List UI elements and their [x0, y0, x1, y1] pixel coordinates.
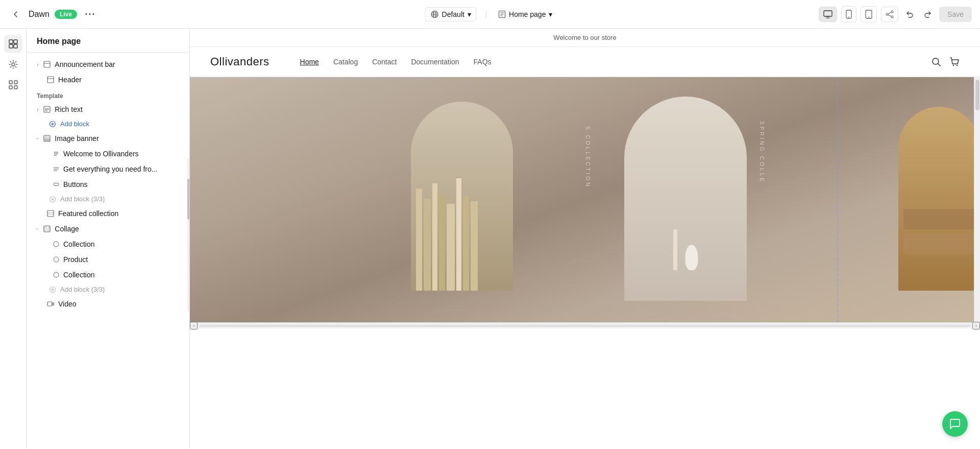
page-label: Home page — [509, 10, 546, 18]
store-search-button[interactable] — [931, 57, 941, 67]
svg-point-28 — [12, 63, 15, 66]
store-nav-icons — [931, 57, 960, 67]
sidebar-item-welcome-text[interactable]: T Welcome to Ollivanders — [27, 146, 189, 161]
svg-line-74 — [938, 64, 941, 66]
sidebar-item-collage[interactable]: › Collage — [27, 221, 189, 237]
main-layout: Home page › Announcement bar Header Temp… — [0, 29, 980, 449]
topbar-center: Default ▾ | Home page ▾ — [425, 7, 555, 21]
nav-link-catalog[interactable]: Catalog — [333, 58, 358, 66]
svg-point-75 — [953, 65, 954, 66]
svg-rect-62 — [44, 226, 47, 229]
default-chevron: ▾ — [468, 10, 471, 18]
store-nav-links: Home Catalog Contact Documentation FAQs — [300, 58, 931, 66]
sidebar-item-collection-2[interactable]: Collection — [27, 267, 189, 282]
page-dropdown[interactable]: Home page ▾ — [495, 8, 555, 21]
svg-point-21 — [891, 16, 893, 18]
nav-link-contact[interactable]: Contact — [372, 58, 397, 66]
announcement-bar-label: Announcement bar — [55, 60, 179, 68]
svg-rect-30 — [14, 81, 17, 84]
share-button[interactable] — [881, 7, 898, 22]
sidebar-item-product[interactable]: Product — [27, 252, 189, 267]
header-icon — [47, 76, 54, 83]
preview-right-scrollbar[interactable] — [974, 77, 980, 322]
nav-link-documentation[interactable]: Documentation — [411, 58, 459, 66]
nav-link-faqs[interactable]: FAQs — [474, 58, 492, 66]
sidebar: Home page › Announcement bar Header Temp… — [27, 29, 190, 449]
svg-point-76 — [957, 65, 958, 66]
svg-rect-31 — [9, 86, 12, 89]
collection-2-icon — [53, 272, 59, 278]
svg-rect-63 — [47, 226, 50, 229]
svg-rect-60 — [51, 214, 53, 216]
apps-button[interactable] — [4, 76, 22, 94]
topbar-left: Dawn Live — [8, 7, 813, 22]
sidebar-item-collection-1[interactable]: Collection — [27, 237, 189, 252]
sidebar-content: › Announcement bar Header Template › — [27, 53, 189, 449]
layout-icon — [43, 61, 51, 68]
svg-rect-25 — [14, 40, 17, 43]
svg-rect-32 — [14, 86, 17, 89]
back-button[interactable] — [8, 7, 23, 22]
chevron-right-icon: › — [37, 62, 38, 67]
preview-right-thumb — [975, 80, 979, 110]
default-dropdown[interactable]: Default ▾ — [425, 7, 477, 21]
sidebar-item-video[interactable]: Video — [27, 296, 189, 312]
svg-rect-64 — [44, 229, 46, 231]
announcement-text: Welcome to our store — [553, 34, 616, 41]
svg-point-19 — [891, 11, 893, 13]
icon-bar — [0, 29, 27, 449]
vertical-text-1: S COLLECTION — [585, 126, 591, 188]
app-name: Dawn — [29, 10, 50, 19]
arch-far-right — [898, 107, 980, 291]
rich-text-label: Rich text — [55, 105, 179, 113]
sidebar-item-rich-text[interactable]: › Rich text — [27, 102, 189, 117]
add-block-rich-text[interactable]: Add block — [27, 117, 189, 131]
sidebar-item-featured-collection[interactable]: Featured collection — [27, 206, 189, 221]
redo-button[interactable] — [921, 7, 935, 21]
sidebar-item-buttons[interactable]: Buttons — [27, 177, 189, 192]
collage-label: Collage — [55, 225, 179, 233]
welcome-text-label: Welcome to Ollivanders — [63, 150, 179, 158]
svg-line-23 — [888, 15, 891, 16]
sidebar-item-get-everything[interactable]: Get everything you need fro... — [27, 161, 189, 177]
video-icon — [47, 300, 54, 308]
collection-1-icon — [53, 241, 59, 247]
store-announcement-bar: Welcome to our store — [190, 29, 980, 47]
settings-button[interactable] — [4, 55, 22, 74]
chevron-collage-icon: › — [35, 228, 40, 229]
page-chevron: ▾ — [549, 10, 552, 18]
featured-collection-icon — [47, 210, 54, 217]
svg-rect-53 — [54, 183, 59, 186]
mobile-view-button[interactable] — [841, 6, 856, 22]
collage-icon — [43, 225, 51, 232]
add-block-image-banner[interactable]: Add block (3/3) — [27, 192, 189, 206]
collection-1-label: Collection — [63, 240, 179, 248]
svg-point-0 — [85, 13, 87, 15]
chat-bubble[interactable] — [942, 411, 968, 437]
undo-button[interactable] — [902, 7, 917, 21]
add-block-collage-label: Add block (3/3) — [60, 286, 105, 293]
scroll-left-button[interactable]: ‹ — [190, 322, 198, 329]
save-button[interactable]: Save — [939, 7, 972, 22]
collection-2-label: Collection — [63, 271, 179, 279]
scroll-right-button[interactable]: › — [972, 322, 980, 329]
svg-point-66 — [54, 242, 59, 247]
svg-point-67 — [54, 257, 59, 262]
desktop-view-button[interactable] — [819, 7, 837, 22]
svg-rect-72 — [47, 302, 52, 306]
tablet-view-button[interactable] — [861, 6, 877, 22]
sidebar-item-announcement-bar[interactable]: › Announcement bar — [27, 57, 189, 72]
add-block-3-3-label: Add block (3/3) — [60, 195, 105, 203]
store-cart-button[interactable] — [949, 57, 960, 67]
video-label: Video — [58, 300, 179, 308]
nav-link-home[interactable]: Home — [300, 58, 319, 66]
sections-button[interactable] — [4, 35, 22, 53]
add-block-collage[interactable]: Add block (3/3) — [27, 282, 189, 296]
store-logo: Ollivanders — [210, 55, 270, 68]
topbar: Dawn Live Default ▾ | Home — [0, 0, 980, 29]
more-button[interactable] — [82, 10, 97, 18]
sidebar-item-image-banner[interactable]: › Image banner — [27, 131, 189, 146]
sidebar-item-header[interactable]: Header — [27, 72, 189, 87]
svg-rect-65 — [47, 229, 50, 231]
svg-point-68 — [54, 272, 59, 277]
